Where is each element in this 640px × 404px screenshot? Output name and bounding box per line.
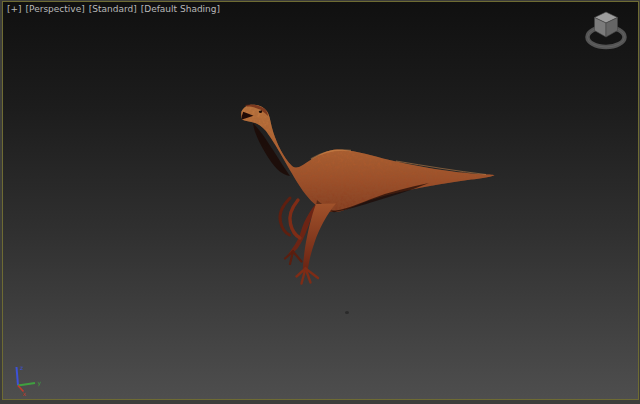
y-axis-label: y	[38, 379, 42, 387]
viewcube[interactable]	[578, 7, 634, 55]
viewport-label-bar: [+] [Perspective] [Standard] [Default Sh…	[7, 4, 220, 15]
viewport-style-menu[interactable]: [Standard]	[89, 4, 137, 15]
application-frame: [+] [Perspective] [Standard] [Default Sh…	[0, 0, 640, 404]
viewport-general-menu[interactable]: [+]	[7, 4, 22, 15]
dinosaur-near-leg	[303, 204, 336, 270]
world-axis-gizmo: z y x	[7, 360, 53, 396]
z-axis-line	[17, 367, 19, 386]
x-axis-label: x	[23, 390, 27, 397]
viewport-pov-menu[interactable]: [Perspective]	[26, 4, 85, 15]
scene-canvas[interactable]	[2, 1, 639, 400]
dinosaur-near-foot	[297, 269, 319, 284]
z-axis-label: z	[20, 364, 23, 371]
dinosaur-far-foot	[285, 252, 302, 265]
dinosaur-near-arm	[290, 200, 300, 238]
distant-object-dot	[345, 311, 349, 314]
dinosaur-model[interactable]	[229, 96, 509, 284]
viewport-shading-menu[interactable]: [Default Shading]	[141, 4, 220, 15]
dinosaur-eye-highlight	[259, 110, 260, 111]
perspective-viewport[interactable]: [+] [Perspective] [Standard] [Default Sh…	[2, 1, 639, 400]
y-axis-line	[18, 383, 35, 386]
